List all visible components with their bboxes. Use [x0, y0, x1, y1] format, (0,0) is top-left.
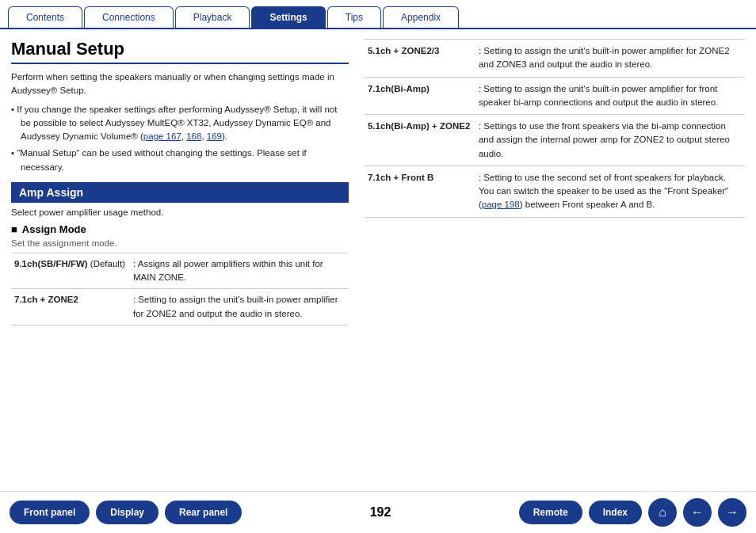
tab-appendix[interactable]: Appendix — [383, 6, 459, 28]
mode-desc-2: : Setting to assign the unit's built-in … — [130, 289, 349, 326]
tab-settings[interactable]: Settings — [251, 6, 325, 28]
link-168[interactable]: 168 — [186, 131, 201, 141]
right-mode-desc-2: : Setting to assign the unit's built-in … — [475, 77, 745, 115]
index-btn[interactable]: Index — [589, 501, 642, 524]
remote-btn[interactable]: Remote — [519, 501, 582, 524]
forward-btn[interactable]: → — [718, 498, 746, 527]
tab-connections[interactable]: Connections — [84, 6, 174, 28]
main-content: Manual Setup Perform when setting the sp… — [0, 29, 756, 491]
right-mode-name-3: 5.1ch(Bi-Amp) + ZONE2 — [365, 115, 475, 166]
rear-panel-btn[interactable]: Rear panel — [165, 501, 242, 524]
tab-playback[interactable]: Playback — [175, 6, 250, 28]
table-row: 7.1ch + ZONE2 : Setting to assign the un… — [11, 289, 349, 326]
bullet-item-2: "Manual Setup" can be used without chang… — [11, 147, 349, 174]
tab-contents[interactable]: Contents — [8, 6, 82, 28]
display-btn[interactable]: Display — [96, 501, 158, 524]
bullet-item-1: If you change the speaker settings after… — [11, 103, 349, 144]
mode-name-2: 7.1ch + ZONE2 — [11, 289, 130, 326]
right-mode-name-1: 5.1ch + ZONE2/3 — [365, 40, 475, 78]
page-title: Manual Setup — [11, 39, 349, 64]
link-167[interactable]: page 167 — [143, 131, 181, 141]
right-mode-desc-1: : Setting to assign the unit's built-in … — [475, 40, 745, 78]
table-row: 7.1ch(Bi-Amp) : Setting to assign the un… — [365, 77, 745, 115]
tab-bar: Contents Connections Playback Settings T… — [0, 0, 756, 29]
home-btn[interactable]: ⌂ — [648, 498, 677, 527]
front-panel-btn[interactable]: Front panel — [10, 501, 90, 524]
intro-text: Perform when setting the speakers manual… — [11, 70, 349, 98]
mode-table: 9.1ch(SB/FH/FW) (Default) : Assigns all … — [11, 253, 349, 326]
mode-name-1: 9.1ch(SB/FH/FW) (Default) — [11, 253, 130, 289]
table-row: 5.1ch(Bi-Amp) + ZONE2 : Settings to use … — [365, 115, 745, 166]
table-row: 5.1ch + ZONE2/3 : Setting to assign the … — [365, 40, 745, 78]
assign-mode-desc: Set the assignment mode. — [11, 238, 349, 248]
section-subtext: Select power amplifier usage method. — [11, 207, 349, 217]
link-169[interactable]: 169 — [207, 131, 222, 141]
mode-desc-1: : Assigns all power amplifiers within th… — [130, 253, 349, 289]
assign-mode-title: Assign Mode — [11, 223, 349, 235]
link-198[interactable]: page 198 — [482, 200, 520, 209]
page-number: 192 — [248, 505, 512, 520]
right-column: 5.1ch + ZONE2/3 : Setting to assign the … — [365, 39, 745, 485]
tab-tips[interactable]: Tips — [327, 6, 381, 28]
bottom-bar: Front panel Display Rear panel 192 Remot… — [0, 491, 756, 533]
back-btn[interactable]: ← — [683, 498, 712, 527]
left-column: Manual Setup Perform when setting the sp… — [11, 39, 349, 485]
bullet-list: If you change the speaker settings after… — [11, 103, 349, 174]
right-mode-table: 5.1ch + ZONE2/3 : Setting to assign the … — [365, 39, 745, 218]
right-mode-desc-3: : Settings to use the front speakers via… — [475, 115, 745, 166]
table-row: 9.1ch(SB/FH/FW) (Default) : Assigns all … — [11, 253, 349, 289]
amp-assign-header: Amp Assign — [11, 182, 349, 203]
right-mode-name-4: 7.1ch + Front B — [365, 166, 475, 217]
table-row: 7.1ch + Front B : Setting to use the sec… — [365, 166, 745, 217]
right-mode-desc-4: : Setting to use the second set of front… — [475, 166, 745, 217]
right-mode-name-2: 7.1ch(Bi-Amp) — [365, 77, 475, 115]
